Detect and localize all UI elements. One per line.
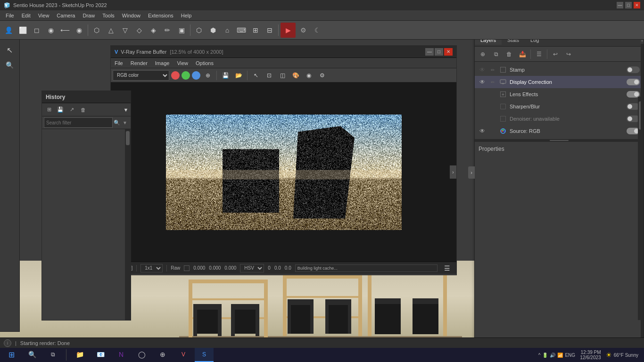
layer-item-stamp[interactable]: 👁 ✏ Stamp [475, 64, 644, 76]
vfb-menu-render[interactable]: Render [127, 59, 151, 67]
toolbar-orbit[interactable]: ◉ [73, 24, 86, 37]
toolbar-dimensions[interactable]: ⟵ [58, 24, 72, 37]
toolbar-vray3[interactable]: ☾ [311, 24, 324, 37]
edit-icon-source[interactable] [489, 127, 496, 135]
ae-redo[interactable]: ↪ [562, 48, 575, 60]
close-button[interactable]: ✕ [634, 2, 640, 8]
layer-item-source-rgb[interactable]: 👁 Source: RGB [475, 125, 644, 137]
clock[interactable]: 12:39 PM 12/6/2023 [577, 350, 604, 360]
toolbar-floor[interactable]: ⌨ [235, 24, 248, 37]
toolbar-eraser[interactable]: ◻ [30, 24, 43, 37]
taskbar-mail[interactable]: 📧 [91, 348, 110, 362]
layer-item-display-correction[interactable]: 👁 ✏ Display Correction [475, 76, 644, 88]
edit-icon-sharpen[interactable] [489, 103, 496, 110]
menu-camera[interactable]: Camera [53, 12, 79, 19]
eye-icon-display-correction[interactable]: 👁 [479, 78, 486, 86]
edit-icon-stamp[interactable]: ✏ [489, 66, 496, 74]
zoom-select[interactable]: 1x1 [140, 264, 163, 272]
toolbar-tape[interactable]: ⊟ [263, 24, 276, 37]
toolbar-circle[interactable]: ◇ [132, 24, 146, 37]
ae-delete[interactable]: 🗑 [503, 48, 515, 60]
ae-undo[interactable]: ↩ [549, 48, 561, 60]
ae-import[interactable]: 📥 [516, 48, 528, 60]
layer-toggle-stamp[interactable] [627, 66, 640, 73]
zoom-fit-btn[interactable]: ⊡ [264, 70, 275, 81]
green-channel-btn[interactable] [182, 71, 190, 80]
color-space-select[interactable]: HSV [240, 264, 264, 272]
toolbar-line[interactable]: △ [104, 24, 117, 37]
vfb-menu-options[interactable]: Options [192, 59, 217, 67]
cursor-tool-btn[interactable]: ↖ [250, 70, 262, 81]
menu-window[interactable]: Window [118, 12, 144, 19]
eye-icon-lens[interactable] [479, 90, 486, 98]
taskbar-start[interactable]: ⊞ [2, 348, 21, 362]
color-channel-select[interactable]: RGB color [113, 70, 169, 81]
edit-icon-denoiser[interactable] [489, 115, 496, 123]
menu-extensions[interactable]: Extensions [144, 12, 177, 19]
menu-tools[interactable]: Tools [99, 12, 118, 19]
ae-duplicate[interactable]: ⧉ [490, 48, 502, 60]
taskbar-vray-app[interactable]: V [174, 348, 193, 362]
toolbar-select[interactable]: 👤 [2, 24, 15, 37]
layer-item-sharpen-blur[interactable]: Sharpen/Blur [475, 100, 644, 113]
history-search-input[interactable] [44, 117, 113, 128]
show-desktop-btn[interactable] [640, 349, 642, 361]
taskbar-chrome[interactable]: ⊕ [153, 348, 172, 362]
compare-btn[interactable]: ◫ [277, 70, 288, 81]
history-expand[interactable]: ▼ [123, 107, 129, 113]
vfb-minimize[interactable]: — [425, 48, 434, 56]
ae-list-view[interactable]: ☰ [533, 48, 545, 60]
minimize-button[interactable]: — [617, 2, 623, 8]
render-region-btn[interactable]: ⊕ [202, 70, 214, 81]
taskbar-taskview[interactable]: ⧉ [43, 348, 62, 362]
menu-draw[interactable]: Draw [79, 12, 99, 19]
maximize-button[interactable]: □ [625, 2, 632, 8]
layer-item-lens-effects[interactable]: + Lens Effects [475, 88, 644, 100]
search-icon[interactable]: 🔍 [113, 118, 121, 127]
ae-expand-btn[interactable]: › [468, 166, 475, 179]
toolbar-rect[interactable]: ▽ [118, 24, 132, 37]
taskbar-search[interactable]: 🔍 [23, 348, 41, 362]
vfb-canvas-area[interactable]: › [111, 82, 456, 262]
menu-edit[interactable]: Edit [18, 12, 34, 19]
vfb-menu-image[interactable]: Image [151, 59, 173, 67]
load-render-btn[interactable]: 📂 [233, 70, 244, 81]
blue-channel-btn[interactable] [192, 71, 200, 80]
toolbar-paint[interactable]: ⬜ [16, 24, 29, 37]
edit-icon-lens[interactable] [489, 90, 496, 98]
toolbar-push[interactable]: ⬡ [90, 24, 103, 37]
save-render-btn[interactable]: 💾 [220, 70, 231, 81]
toolbar-group[interactable]: ⬢ [206, 24, 220, 37]
vfb-close[interactable]: ✕ [444, 48, 453, 56]
red-channel-btn[interactable] [171, 71, 180, 80]
eye-icon-sharpen[interactable] [479, 103, 486, 110]
toolbar-vray2[interactable]: ⚙ [297, 24, 310, 37]
vfb-maximize[interactable]: □ [435, 48, 443, 56]
taskbar-onenote[interactable]: N [112, 348, 131, 362]
toolbar-component[interactable]: ⬡ [192, 24, 206, 37]
vfb-menu-view[interactable]: View [173, 59, 192, 67]
vray-render-btn[interactable]: ▶ [281, 24, 295, 37]
toolbar-axes[interactable]: ⌂ [221, 24, 234, 37]
eye-icon-source[interactable]: 👁 [479, 127, 486, 135]
eye-icon-stamp[interactable]: 👁 [479, 66, 486, 74]
zoom-tool[interactable]: 🔍 [3, 58, 17, 72]
toolbar-arc[interactable]: ◈ [147, 24, 160, 37]
layer-item-denoiser[interactable]: Denoiser: unavailable [475, 113, 644, 125]
lens-btn[interactable]: ◉ [303, 70, 314, 81]
settings-btn[interactable]: ⚙ [316, 70, 328, 81]
vfb-menu-file[interactable]: File [111, 59, 127, 67]
color-correct-btn[interactable]: 🎨 [290, 70, 301, 81]
layer-toggle-display-correction[interactable] [627, 79, 640, 85]
edit-icon-display-correction[interactable]: ✏ [489, 78, 496, 86]
history-scrollbar-thumb[interactable] [126, 131, 130, 145]
taskbar-browser1[interactable]: ◯ [132, 348, 151, 362]
status-settings-btn[interactable]: ☰ [441, 263, 453, 274]
history-save[interactable]: 💾 [55, 105, 66, 115]
menu-view[interactable]: View [34, 12, 53, 19]
toolbar-section[interactable]: ⊞ [249, 24, 262, 37]
menu-file[interactable]: File [2, 12, 18, 19]
taskbar-explorer[interactable]: 📁 [70, 348, 89, 362]
ae-add-layer[interactable]: ⊕ [477, 48, 489, 60]
toolbar-pencil[interactable]: ✏ [161, 24, 174, 37]
